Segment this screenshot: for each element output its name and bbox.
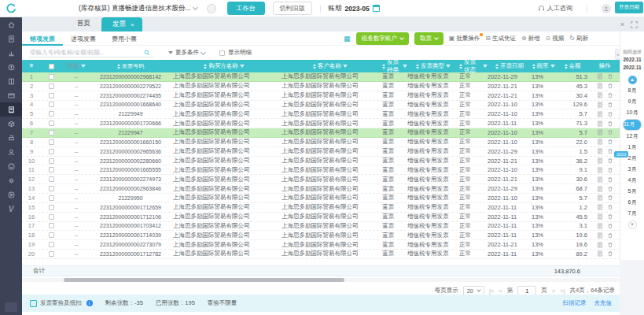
detail-icon[interactable] bbox=[597, 176, 603, 183]
month-item[interactable]: 9月 bbox=[623, 97, 642, 107]
gear-icon[interactable] bbox=[28, 62, 35, 70]
sort-icon[interactable] bbox=[495, 64, 499, 69]
filter-funnel-icon[interactable] bbox=[343, 65, 348, 68]
table-row[interactable]: 2--22312000000002279522上海思多励国际贸易有限公司上海思多… bbox=[22, 82, 620, 91]
delete-icon[interactable] bbox=[607, 232, 613, 239]
delete-icon[interactable] bbox=[607, 167, 613, 173]
detail-icon[interactable] bbox=[597, 186, 603, 192]
detail-icon[interactable] bbox=[597, 120, 603, 127]
scroll-up-icon[interactable]: ▲ bbox=[628, 76, 637, 84]
cell-checkbox[interactable] bbox=[41, 83, 61, 89]
cell-checkbox[interactable] bbox=[41, 232, 61, 238]
table-row[interactable]: 16--22312000000001712106上海思多励国际贸易有限公司上海思… bbox=[22, 213, 620, 222]
col-header-6[interactable]: 发票种类 bbox=[382, 60, 407, 72]
row-checkbox[interactable] bbox=[49, 251, 54, 257]
col-header-2[interactable]: 凭证 bbox=[61, 60, 91, 72]
sort-icon[interactable] bbox=[459, 64, 462, 69]
row-checkbox[interactable] bbox=[49, 232, 54, 238]
col-header-4[interactable]: 购买方名称 bbox=[170, 60, 278, 72]
sidebar-collapse-icon[interactable] bbox=[5, 302, 17, 312]
row-checkbox[interactable] bbox=[49, 223, 54, 228]
month-item[interactable]: 11月 bbox=[623, 119, 642, 131]
col-header-1[interactable] bbox=[41, 60, 61, 72]
row-checkbox[interactable] bbox=[49, 214, 54, 220]
detail-icon[interactable] bbox=[597, 167, 603, 173]
table-row[interactable]: 4--22312000000001668640上海思多励国际贸易有限公司上海思多… bbox=[22, 101, 620, 110]
detail-icon[interactable] bbox=[597, 223, 603, 229]
tab-home[interactable]: 首页 bbox=[66, 19, 101, 32]
delete-icon[interactable] bbox=[607, 250, 613, 257]
avatar[interactable] bbox=[602, 4, 611, 13]
cell-checkbox[interactable] bbox=[41, 120, 61, 126]
table-row[interactable]: 1--22312000000002968142上海思多励国际贸易有限公司上海思多… bbox=[22, 72, 620, 82]
cell-checkbox[interactable] bbox=[41, 111, 61, 117]
table-row[interactable]: 3--22312000000002274455上海思多励国际贸易有限公司上海思多… bbox=[22, 91, 620, 101]
month-item[interactable]: 10月 bbox=[623, 108, 642, 118]
sidebar-item-card[interactable] bbox=[0, 88, 22, 102]
last-page-button[interactable]: >| bbox=[560, 287, 565, 295]
generate-voucher-button[interactable]: ⊞ 生成凭证 bbox=[485, 35, 516, 43]
help-badge-icon[interactable] bbox=[207, 4, 216, 13]
row-checkbox[interactable] bbox=[49, 130, 54, 135]
cell-checkbox[interactable] bbox=[41, 102, 61, 107]
sort-icon[interactable] bbox=[313, 64, 316, 69]
checkbox-icon[interactable] bbox=[219, 50, 225, 56]
batch-actions-button[interactable]: ▣ 批量操作 bbox=[449, 35, 480, 43]
detail-icon[interactable] bbox=[597, 102, 603, 108]
sort-icon[interactable] bbox=[532, 64, 535, 69]
row-checkbox[interactable] bbox=[49, 74, 54, 80]
more-filters-button[interactable]: 更多条件 bbox=[168, 49, 205, 57]
detail-icon[interactable] bbox=[597, 242, 603, 248]
col-header-0[interactable] bbox=[22, 60, 41, 72]
table-row[interactable]: 15--22312000000001712659上海思多励国际贸易有限公司上海思… bbox=[22, 203, 620, 213]
detail-icon[interactable] bbox=[597, 129, 603, 135]
row-checkbox[interactable] bbox=[49, 149, 54, 154]
cell-checkbox[interactable] bbox=[41, 139, 61, 145]
delete-icon[interactable] bbox=[607, 129, 613, 135]
sidebar-item-fund[interactable] bbox=[0, 60, 22, 74]
sidebar-item-ledger[interactable] bbox=[0, 74, 22, 88]
info-icon[interactable]: i bbox=[86, 300, 93, 306]
cell-checkbox[interactable] bbox=[41, 186, 61, 191]
sort-icon[interactable] bbox=[565, 64, 568, 69]
grid-view-icon[interactable]: ▦ bbox=[344, 35, 351, 43]
detail-icon[interactable] bbox=[597, 73, 603, 80]
col-header-10[interactable]: 税率 bbox=[532, 60, 555, 72]
close-icon[interactable]: × bbox=[131, 21, 134, 28]
table-row[interactable]: 14--21229950上海思多励国际贸易有限公司上海思多励国际贸易有限公司蓝票… bbox=[22, 194, 620, 203]
refresh-button[interactable]: ↻ 刷新 bbox=[569, 35, 588, 43]
scroll-down-icon[interactable]: ▼ bbox=[628, 220, 637, 229]
add-invoice-button[interactable]: ⊕ 新增 bbox=[521, 35, 540, 43]
month-item[interactable]: 4月 bbox=[623, 176, 642, 186]
delete-icon[interactable] bbox=[607, 111, 613, 117]
row-checkbox[interactable] bbox=[49, 195, 54, 201]
row-checkbox[interactable] bbox=[49, 176, 54, 182]
sidebar-item-gear[interactable] bbox=[0, 173, 22, 187]
sidebar-item-video[interactable] bbox=[0, 187, 22, 202]
row-checkbox[interactable] bbox=[49, 93, 54, 98]
filter-funnel-icon[interactable] bbox=[81, 65, 86, 68]
row-checkbox[interactable] bbox=[49, 139, 54, 145]
table-row[interactable]: 18--22312000000001714039上海思多励国际贸易有限公司上海思… bbox=[22, 231, 620, 240]
table-row[interactable]: 11--22312000000001665555上海思多励国际贸易有限公司上海思… bbox=[22, 165, 620, 175]
delete-icon[interactable] bbox=[607, 158, 613, 164]
sidebar-item-goods[interactable] bbox=[0, 117, 22, 131]
search-box[interactable] bbox=[28, 48, 154, 57]
table-row[interactable]: 8--22312000000001660150上海思多励国际贸易有限公司上海思多… bbox=[22, 138, 620, 147]
filter-funnel-icon[interactable] bbox=[446, 65, 451, 68]
detail-icon[interactable] bbox=[597, 204, 603, 210]
close-all-icon[interactable]: × bbox=[620, 20, 624, 28]
subtab-1[interactable]: 进项发票 bbox=[63, 32, 104, 46]
col-header-3[interactable]: 发票号码 bbox=[91, 60, 170, 72]
cell-checkbox[interactable] bbox=[41, 93, 61, 98]
sidebar-item-face[interactable] bbox=[0, 159, 22, 173]
support-link[interactable]: 人工咨询 bbox=[538, 4, 572, 13]
delete-icon[interactable] bbox=[607, 242, 613, 248]
delete-icon[interactable] bbox=[607, 223, 613, 229]
subtab-0[interactable]: 销项发票 bbox=[22, 32, 63, 46]
cell-checkbox[interactable] bbox=[41, 167, 61, 172]
delete-icon[interactable] bbox=[607, 186, 613, 192]
delete-icon[interactable] bbox=[607, 176, 613, 183]
cell-checkbox[interactable] bbox=[41, 195, 61, 201]
cell-checkbox[interactable] bbox=[41, 74, 61, 80]
